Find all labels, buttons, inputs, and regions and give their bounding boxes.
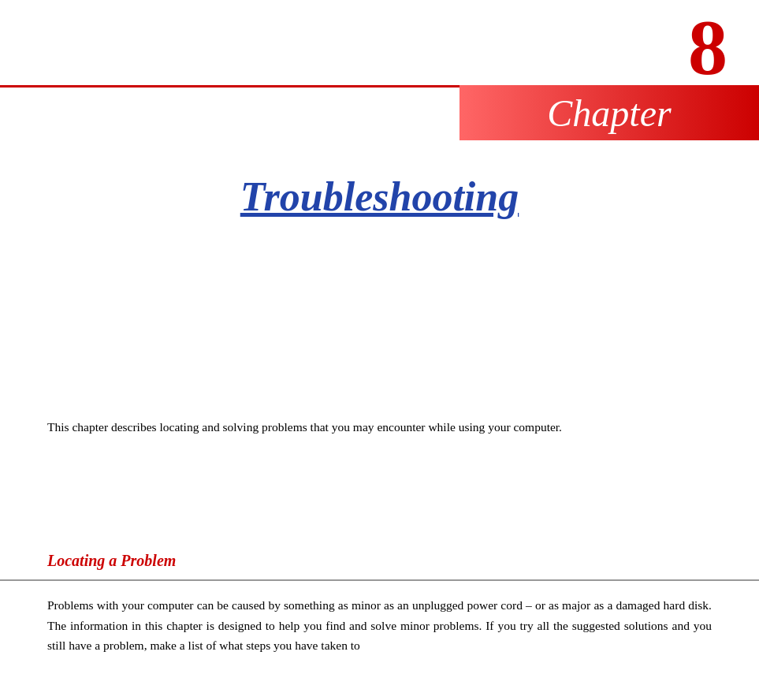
chapter-number: 8 (688, 8, 727, 87)
chapter-banner: Chapter (459, 85, 759, 140)
section-heading-locating: Locating a Problem (47, 552, 176, 570)
main-title: Troubleshooting (0, 173, 759, 220)
body-paragraph-locating: Problems with your computer can be cause… (47, 595, 712, 656)
intro-paragraph: This chapter describes locating and solv… (47, 418, 712, 438)
section-rule (0, 579, 759, 581)
chapter-banner-text: Chapter (547, 91, 671, 135)
page-container: 8 Chapter Troubleshooting This chapter d… (0, 0, 759, 700)
